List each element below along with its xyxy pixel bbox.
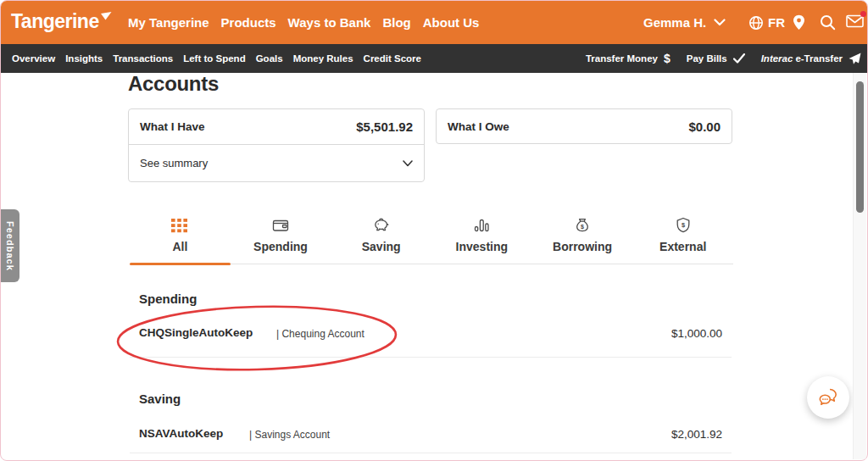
etransfer-label: e-Transfer (795, 53, 843, 64)
search-button[interactable] (820, 1, 836, 44)
user-name: Gemma H. (643, 15, 706, 30)
tangerine-banking-page: Tangerine My Tangerine Products Ways to … (0, 0, 868, 461)
bar-chart-icon (472, 214, 491, 237)
subnav-insights[interactable]: Insights (65, 53, 103, 64)
chevron-down-icon (714, 19, 726, 26)
tab-investing-label: Investing (456, 240, 508, 253)
account-amount-chq: $1,000.00 (671, 327, 722, 340)
transfer-money-button[interactable]: Transfer Money $ (586, 52, 670, 65)
notification-badge (860, 11, 866, 17)
feedback-label: Feedback (5, 221, 15, 271)
chevron-down-icon (403, 160, 413, 167)
what-i-owe-amount: $0.00 (688, 119, 721, 134)
paper-plane-icon (849, 53, 861, 65)
shield-dollar-icon: $ (674, 214, 693, 237)
account-subnav: Overview Insights Transactions Left to S… (1, 44, 867, 73)
scrollbar-track[interactable] (853, 73, 866, 459)
locations-button[interactable] (793, 1, 805, 44)
nav-blog[interactable]: Blog (382, 15, 410, 30)
messages-button[interactable] (846, 1, 864, 44)
what-i-have-amount: $5,501.92 (356, 119, 413, 134)
nav-products[interactable]: Products (221, 15, 276, 30)
scrollbar-thumb[interactable] (856, 81, 864, 213)
location-pin-icon (793, 14, 805, 31)
subnav-overview[interactable]: Overview (12, 53, 55, 64)
what-i-owe-card: What I Owe $0.00 (436, 108, 732, 144)
tab-external[interactable]: $ External (632, 208, 733, 264)
chat-button[interactable] (807, 376, 849, 419)
svg-text:$: $ (581, 224, 584, 230)
logo-text: Tangerine (11, 10, 99, 33)
tab-external-label: External (659, 240, 706, 253)
pay-bills-label: Pay Bills (687, 53, 727, 64)
language-label: FR (768, 15, 785, 30)
top-header-bar: Tangerine My Tangerine Products Ways to … (1, 1, 867, 44)
account-name-nsav[interactable]: NSAVAutoKeep (139, 427, 223, 440)
tab-spending-label: Spending (253, 240, 308, 253)
chat-bubbles-icon (817, 387, 840, 408)
money-bag-icon: $ (573, 214, 592, 237)
nav-my-tangerine[interactable]: My Tangerine (128, 15, 209, 30)
subnav-transactions[interactable]: Transactions (113, 53, 173, 64)
interac-brand-label: Interac (761, 53, 793, 64)
subnav-left-to-spend[interactable]: Left to Spend (183, 53, 245, 64)
what-i-have-label: What I Have (140, 120, 205, 133)
globe-icon (748, 15, 764, 31)
primary-nav: My Tangerine Products Ways to Bank Blog … (128, 1, 479, 44)
transfer-money-label: Transfer Money (586, 53, 658, 64)
see-summary-label: See summary (140, 157, 208, 169)
tab-spending[interactable]: Spending (231, 208, 331, 264)
subnav-credit-score[interactable]: Credit Score (364, 53, 421, 64)
subnav-money-rules[interactable]: Money Rules (293, 53, 353, 64)
tab-saving[interactable]: Saving (331, 208, 431, 264)
what-i-have-row: What I Have $5,501.92 (129, 109, 424, 144)
checkmark-icon (733, 53, 745, 64)
grid-icon (171, 214, 188, 237)
piggy-bank-icon (371, 214, 391, 237)
row-divider (130, 453, 732, 453)
what-i-owe-label: What I Owe (448, 120, 509, 133)
search-icon (820, 14, 836, 31)
tab-borrowing-label: Borrowing (553, 240, 612, 253)
account-type-nsav: | Savings Account (249, 429, 330, 441)
language-toggle[interactable]: FR (748, 1, 785, 44)
svg-text:$: $ (682, 221, 686, 229)
user-menu[interactable]: Gemma H. (643, 1, 726, 44)
tab-all-label: All (172, 240, 187, 253)
nav-ways-to-bank[interactable]: Ways to Bank (288, 15, 371, 30)
see-summary-row[interactable]: See summary (129, 144, 424, 181)
subnav-goals[interactable]: Goals (256, 53, 283, 64)
section-title-spending: Spending (139, 292, 197, 306)
tab-investing[interactable]: Investing (431, 208, 532, 264)
subnav-actions: Transfer Money $ Pay Bills Interace-Tran… (586, 44, 861, 73)
account-amount-nsav: $2,001.92 (671, 428, 722, 441)
subnav-links: Overview Insights Transactions Left to S… (12, 44, 421, 73)
tab-saving-label: Saving (362, 240, 401, 253)
tab-all[interactable]: All (130, 208, 231, 264)
wallet-icon (271, 214, 290, 237)
nav-about-us[interactable]: About Us (423, 15, 480, 30)
what-i-have-card: What I Have $5,501.92 See summary (128, 108, 425, 182)
page-title: Accounts (128, 72, 219, 96)
interac-etransfer-button[interactable]: Interace-Transfer (761, 53, 861, 65)
account-filter-tabs: All Spending Saving (130, 208, 733, 264)
tab-borrowing[interactable]: $ Borrowing (532, 208, 633, 264)
tangerine-logo[interactable]: Tangerine (11, 10, 112, 33)
feedback-tab[interactable]: Feedback (1, 209, 19, 282)
row-divider (130, 357, 732, 358)
dollar-icon: $ (664, 52, 670, 65)
pay-bills-button[interactable]: Pay Bills (687, 53, 745, 64)
what-i-owe-row: What I Owe $0.00 (437, 109, 732, 144)
account-type-chq: | Chequing Account (276, 328, 364, 340)
logo-flag-icon (101, 12, 112, 20)
account-name-chq[interactable]: CHQSingleAutoKeep (139, 326, 253, 339)
section-title-saving: Saving (139, 392, 181, 406)
